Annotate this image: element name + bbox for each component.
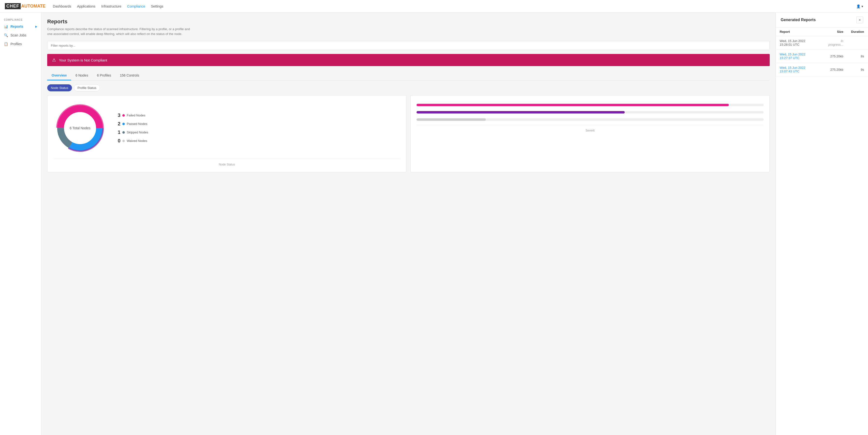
- toggle-node-status[interactable]: Node Status: [47, 84, 72, 91]
- layout: COMPLIANCE 📊 Reports ▶ 🔍 Scan Jobs 📋 Pro…: [0, 13, 868, 435]
- report-date-0: Wed, 15 Jun 2022 15:28:01 UTC: [776, 36, 822, 49]
- node-status-chart-card: 6 Total Nodes 3 Failed Nodes 2 Passed No…: [47, 95, 406, 172]
- report-link-2[interactable]: Wed, 15 Jun 2022 15:07:43 UTC: [780, 66, 805, 73]
- sidebar-item-scan-jobs[interactable]: 🔍 Scan Jobs: [0, 31, 41, 40]
- bar-fill-0: [416, 104, 729, 106]
- reports-arrow-icon: ▶: [35, 25, 37, 28]
- bar-item-2: [416, 119, 764, 121]
- passed-dot: [122, 123, 125, 125]
- report-size-0: In progress...: [822, 36, 847, 49]
- skipped-label: Skipped Nodes: [127, 131, 151, 134]
- report-date-2: Wed, 15 Jun 2022 15:07:43 UTC: [776, 63, 822, 76]
- toggle-profile-status[interactable]: Profile Status: [74, 84, 100, 91]
- reports-panel-title: Generated Reports: [781, 18, 816, 22]
- reports-panel: Generated Reports × Report Size Duration…: [776, 13, 868, 435]
- failed-count: 3: [115, 112, 120, 118]
- bar-list: [416, 101, 764, 121]
- reports-icon: 📊: [4, 25, 8, 28]
- reports-table: Report Size Duration Wed, 15 Jun 2022 15…: [776, 28, 868, 76]
- tab-profiles[interactable]: 6 Profiles: [92, 71, 115, 80]
- nav-infrastructure[interactable]: Infrastructure: [101, 3, 121, 9]
- tabs: Overview 6 Nodes 6 Profiles 156 Controls: [47, 71, 770, 80]
- bar-fill-2: [416, 119, 486, 121]
- sidebar-item-label-profiles: Profiles: [10, 42, 22, 46]
- nav-applications[interactable]: Applications: [77, 3, 96, 9]
- report-status-0: In progress...: [828, 39, 843, 46]
- col-duration: Duration: [847, 28, 868, 36]
- bar-item-0: [416, 104, 764, 106]
- failed-dot: [122, 114, 125, 116]
- sidebar: COMPLIANCE 📊 Reports ▶ 🔍 Scan Jobs 📋 Pro…: [0, 13, 41, 435]
- table-row: Wed, 15 Jun 2022 15:07:43 UTC 275.20kb 9…: [776, 63, 868, 76]
- sidebar-section-label: COMPLIANCE: [0, 16, 41, 22]
- compliance-banner: ⚠ Your System is Not Compliant: [47, 54, 770, 66]
- logo: CHEF AUTOMATE: [5, 3, 45, 9]
- report-link-1[interactable]: Wed, 15 Jun 2022 15:27:37 UTC: [780, 53, 805, 60]
- nav-compliance[interactable]: Compliance: [127, 3, 145, 9]
- profiles-icon: 📋: [4, 42, 8, 46]
- bar-track-2: [416, 119, 764, 121]
- bar-track-1: [416, 111, 764, 113]
- severity-chart-card: Severit: [410, 95, 770, 172]
- close-reports-button[interactable]: ×: [856, 16, 863, 23]
- sidebar-item-reports[interactable]: 📊 Reports ▶: [0, 22, 41, 31]
- tab-nodes[interactable]: 6 Nodes: [71, 71, 92, 80]
- failed-label: Failed Nodes: [127, 113, 151, 117]
- user-chevron-icon: ▾: [862, 4, 863, 8]
- passed-label: Passed Nodes: [127, 122, 151, 126]
- report-duration-0: [847, 36, 868, 49]
- donut-chart-label: Node Status: [53, 159, 400, 166]
- banner-text: Your System is Not Compliant: [59, 58, 107, 62]
- report-duration-2: 9s: [847, 63, 868, 76]
- report-size-1: 275.20kb: [822, 49, 847, 63]
- nav-items: Dashboards Applications Infrastructure C…: [53, 3, 856, 9]
- toggle-group: Node Status Profile Status: [47, 84, 770, 91]
- table-row: Wed, 15 Jun 2022 15:28:01 UTC In progres…: [776, 36, 868, 49]
- donut-legend: 3 Failed Nodes 2 Passed Nodes 1 S: [115, 112, 151, 144]
- charts-row: 6 Total Nodes 3 Failed Nodes 2 Passed No…: [47, 95, 770, 172]
- table-row: Wed, 15 Jun 2022 15:27:37 UTC 275.20kb 8…: [776, 49, 868, 63]
- severity-chart-label: Severit: [416, 125, 764, 132]
- scan-jobs-icon: 🔍: [4, 33, 8, 37]
- waived-count: 0: [115, 138, 120, 144]
- nav-settings[interactable]: Settings: [151, 3, 163, 9]
- bar-track-0: [416, 104, 764, 106]
- bar-item-1: [416, 111, 764, 113]
- legend-passed: 2 Passed Nodes: [115, 121, 151, 127]
- sidebar-item-label-scan-jobs: Scan Jobs: [10, 33, 26, 37]
- donut-area: 6 Total Nodes 3 Failed Nodes 2 Passed No…: [53, 101, 400, 155]
- top-nav: CHEF AUTOMATE Dashboards Applications In…: [0, 0, 868, 13]
- skipped-count: 1: [115, 130, 120, 135]
- warning-icon: ⚠: [52, 57, 56, 63]
- legend-skipped: 1 Skipped Nodes: [115, 130, 151, 135]
- logo-automate: AUTOMATE: [21, 4, 45, 9]
- skipped-dot: [122, 131, 125, 134]
- sidebar-item-profiles[interactable]: 📋 Profiles: [0, 40, 41, 48]
- sidebar-item-label-reports: Reports: [10, 25, 23, 28]
- legend-waived: 0 Waived Nodes: [115, 138, 151, 144]
- tab-controls[interactable]: 156 Controls: [116, 71, 144, 80]
- donut-chart: 6 Total Nodes: [53, 101, 107, 155]
- main-content: Reports Compliance reports describe the …: [41, 13, 776, 435]
- bar-fill-1: [416, 111, 625, 113]
- report-size-2: 275.20kb: [822, 63, 847, 76]
- report-date-1: Wed, 15 Jun 2022 15:27:37 UTC: [776, 49, 822, 63]
- page-subtitle: Compliance reports describe the status o…: [47, 27, 193, 36]
- page-title: Reports: [47, 19, 770, 25]
- donut-center-text: 6 Total Nodes: [69, 126, 90, 130]
- waived-dot: [122, 140, 125, 142]
- reports-panel-header: Generated Reports ×: [776, 13, 868, 28]
- passed-count: 2: [115, 121, 120, 127]
- nav-user[interactable]: 👤 ▾: [856, 4, 863, 8]
- logo-chef: CHEF: [5, 3, 21, 9]
- col-size: Size: [822, 28, 847, 36]
- report-duration-1: 8s: [847, 49, 868, 63]
- nav-dashboards[interactable]: Dashboards: [53, 3, 71, 9]
- filter-input[interactable]: [47, 41, 770, 50]
- user-icon: 👤: [856, 4, 861, 8]
- waived-label: Waived Nodes: [127, 139, 151, 143]
- legend-failed: 3 Failed Nodes: [115, 112, 151, 118]
- col-report: Report: [776, 28, 822, 36]
- tab-overview[interactable]: Overview: [47, 71, 71, 80]
